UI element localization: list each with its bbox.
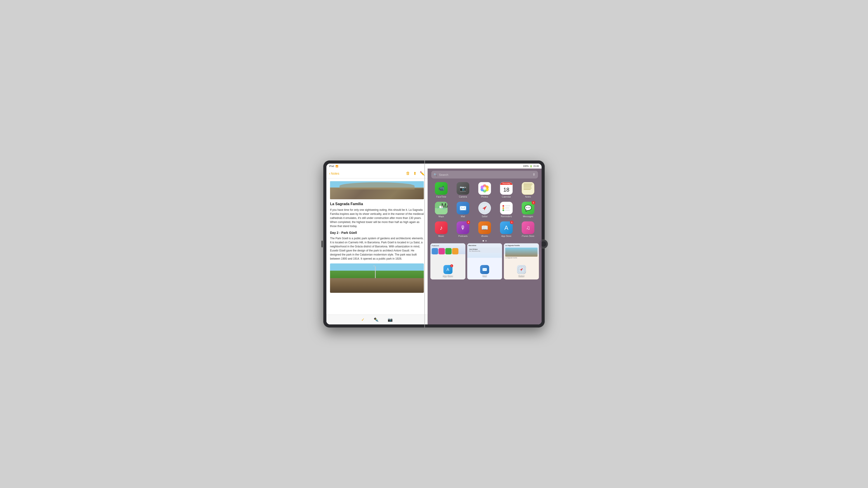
notes-actions: 🗑 ⬆ ✏️ — [406, 171, 425, 176]
app-icon-safari[interactable]: Safari — [475, 202, 495, 218]
podcasts-badge: 4 — [467, 221, 470, 224]
device-label: iPad — [329, 165, 334, 167]
app-icon-music[interactable]: ♪ Music — [431, 221, 451, 237]
ipad-screen: iPad 📶 100% 🔋 15:46 ‹ Notes 🗑 — [327, 164, 541, 324]
svg-point-20 — [502, 209, 504, 211]
camera-icon-img: 📷 — [457, 182, 469, 195]
photos-label: Photos — [481, 196, 488, 198]
appstore-recent-badge: 1 — [450, 264, 453, 267]
notes-line-3 — [524, 186, 531, 187]
mail-recent-label: Mail — [483, 275, 487, 277]
safari-label: Safari — [482, 215, 488, 218]
app-icon-camera[interactable]: 📷 Camera — [453, 182, 473, 198]
svg-point-6 — [483, 187, 487, 190]
switcher-panel: 🔍 Search 🎙 📹 FaceTime — [428, 168, 541, 324]
park-guell-image — [330, 263, 424, 293]
notes-line-4 — [524, 188, 532, 188]
music-icon-img: ♪ — [435, 221, 447, 234]
microphone-icon[interactable]: 🎙 — [532, 173, 536, 176]
share-note-icon[interactable]: ⬆ — [413, 171, 416, 176]
app-icon-calendar[interactable]: Thursday 18 Calendar — [496, 182, 516, 198]
recent-app-appstore[interactable]: Featured A 1 — [430, 243, 465, 280]
delete-note-icon[interactable]: 🗑 — [406, 171, 410, 176]
notes-panel: ‹ Notes 🗑 ⬆ ✏️ — [327, 168, 428, 324]
podcasts-icon-img: 🎙 4 — [457, 221, 469, 234]
camera-bottom-icon[interactable]: 📷 — [388, 317, 393, 322]
notes-back-label: Notes — [331, 172, 339, 175]
main-area: ‹ Notes 🗑 ⬆ ✏️ — [327, 168, 541, 324]
safari-recent-label: Safari — [519, 275, 524, 277]
app-icon-notes[interactable]: Notes — [518, 182, 538, 198]
status-bar: iPad 📶 100% 🔋 15:46 — [327, 164, 541, 168]
notes-line-5 — [524, 189, 531, 190]
note-heading-2: Day 2 - Park Güell — [330, 231, 424, 234]
mail-icon-img: ✉️ — [457, 202, 469, 215]
podcasts-label: Podcasts — [458, 235, 467, 237]
svg-rect-8 — [435, 208, 447, 215]
reminders-svg — [502, 203, 511, 213]
status-right: 100% 🔋 15:46 — [523, 165, 539, 167]
checklist-icon[interactable]: ✓ — [361, 317, 365, 322]
status-left: iPad 📶 — [329, 165, 338, 167]
photos-icon-img — [478, 182, 491, 195]
search-icon: 🔍 — [434, 173, 437, 176]
mail-overlay: ✉️ Mail — [480, 265, 489, 277]
ipad-device: iPad 📶 100% 🔋 15:46 ‹ Notes 🗑 — [323, 160, 545, 328]
app-icon-mail[interactable]: ✉️ Mail — [453, 202, 473, 218]
app-icon-photos[interactable]: Photos — [475, 182, 495, 198]
appstore-label: App Store — [501, 235, 511, 237]
notes-content: La Sagrada Família If you have time for … — [327, 178, 428, 315]
recent-app-safari[interactable]: La Sagrada Família La Sagrada Família — [504, 243, 539, 280]
app-icon-itunes[interactable]: ♫ iTunes Store — [518, 221, 538, 237]
search-placeholder: Search — [439, 173, 531, 176]
page-dot-2[interactable] — [485, 240, 487, 241]
sagrada-familia-image — [330, 181, 424, 199]
battery-icon: 🔋 — [530, 165, 532, 167]
app-grid-row1: 📹 FaceTime 📷 Camera — [428, 180, 541, 200]
facetime-label: FaceTime — [436, 196, 446, 198]
page-dot-1[interactable] — [483, 240, 484, 241]
appstore-icon-img: A 1 — [500, 221, 513, 234]
mail-label: Mail — [461, 215, 465, 218]
photos-petals-svg — [478, 182, 491, 195]
draw-icon[interactable]: ✒️ — [374, 317, 379, 322]
ibooks-label: iBooks — [481, 235, 488, 237]
battery-level: 100% — [523, 165, 529, 167]
svg-text:MAP: MAP — [441, 202, 447, 209]
chevron-left-icon: ‹ — [329, 171, 330, 175]
itunes-glyph: ♫ — [526, 225, 530, 231]
app-icon-facetime[interactable]: 📹 FaceTime — [431, 182, 451, 198]
note-body-1: If you have time for only one sightseein… — [330, 208, 424, 228]
camera-glyph: 📷 — [460, 185, 466, 192]
appstore-recent-icon: A 1 — [443, 265, 452, 274]
recent-app-mail[interactable]: Barcelona Jean Bridges Re: Barcelona tri… — [467, 243, 502, 280]
messages-badge: 1 — [532, 201, 535, 204]
facetime-icon-img: 📹 — [435, 182, 447, 195]
new-note-icon[interactable]: ✏️ — [420, 171, 425, 176]
safari-recent-icon — [517, 265, 526, 274]
svg-point-16 — [502, 205, 504, 207]
notes-icon-img — [522, 182, 534, 195]
ibooks-glyph: 📖 — [481, 224, 488, 231]
svg-rect-17 — [505, 205, 510, 206]
svg-rect-21 — [505, 210, 510, 210]
panel-divider — [424, 168, 425, 324]
ibooks-icon-img: 📖 — [478, 221, 491, 234]
search-bar[interactable]: 🔍 Search 🎙 — [431, 171, 538, 178]
maps-icon-img: MAP — [435, 202, 447, 215]
app-icon-ibooks[interactable]: 📖 iBooks — [475, 221, 495, 237]
notes-back-button[interactable]: ‹ Notes — [329, 171, 339, 175]
park-tower — [375, 266, 376, 278]
music-label: Music — [438, 235, 444, 237]
music-glyph: ♪ — [440, 224, 443, 231]
app-icon-appstore[interactable]: A 1 App Store — [496, 221, 516, 237]
app-icon-maps[interactable]: MAP Maps — [431, 202, 451, 218]
notes-bottom-bar: ✓ ✒️ 📷 — [327, 315, 428, 324]
app-icon-podcasts[interactable]: 🎙 4 Podcasts — [453, 221, 473, 237]
app-icon-messages[interactable]: 💬 1 Messages — [518, 202, 538, 218]
itunes-icon-img: ♫ — [522, 221, 534, 234]
camera-stub — [321, 240, 323, 248]
appstore-badge: 1 — [510, 221, 514, 224]
notes-line-2 — [524, 185, 532, 186]
app-icon-reminders[interactable]: Reminders — [496, 202, 516, 218]
